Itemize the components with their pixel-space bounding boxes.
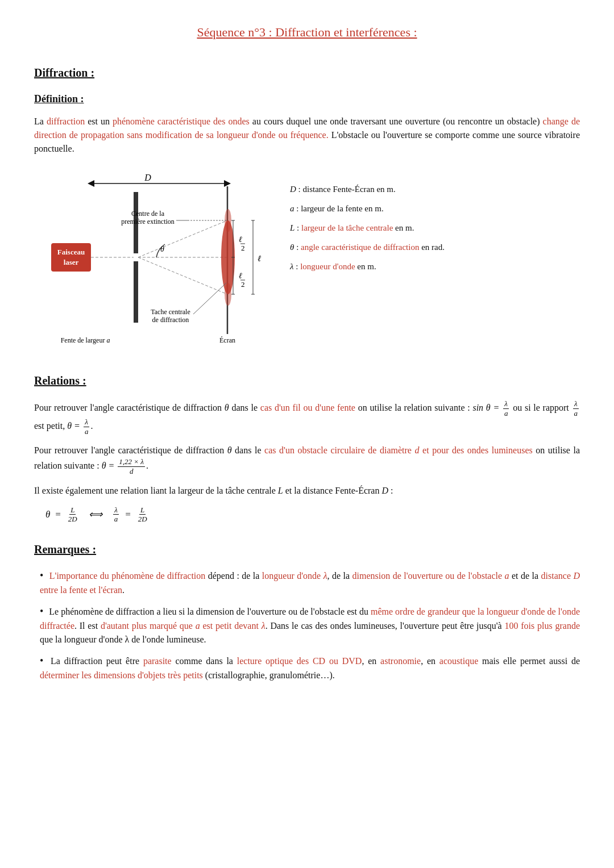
remarques-title: Remarques : bbox=[34, 541, 580, 558]
legend-D: D : distance Fente-Écran en m. bbox=[290, 181, 580, 198]
section-remarques: Remarques : L'importance du phénomène de… bbox=[34, 541, 580, 682]
frac-lambda-a-3: λ a bbox=[84, 418, 90, 436]
frac-lambda-a-2: λ a bbox=[573, 399, 579, 418]
bullet3-red2: lecture optique des CD ou DVD bbox=[237, 656, 362, 666]
diagram-container: D Faisceau laser θ bbox=[34, 169, 580, 355]
svg-text:D: D bbox=[144, 173, 151, 182]
bullet3-red4: acoustique bbox=[439, 656, 478, 666]
subsection-definition: Définition : La diffraction est un phéno… bbox=[34, 91, 580, 156]
svg-text:Centre de la: Centre de la bbox=[131, 210, 165, 218]
svg-text:Écran: Écran bbox=[219, 336, 235, 344]
page-title: Séquence n°3 : Diffraction et interféren… bbox=[34, 23, 580, 41]
bullet3-red5: déterminer les dimensions d'objets très … bbox=[40, 670, 203, 680]
frac-1.22: 1,22 × λ d bbox=[118, 457, 145, 475]
svg-text:ℓ: ℓ bbox=[258, 254, 261, 263]
fente-case: cas d'un fil ou d'une fente bbox=[260, 403, 355, 412]
diffraction-title: Diffraction : bbox=[34, 64, 580, 81]
diagram-svg: D Faisceau laser θ bbox=[34, 169, 273, 355]
legend-a: a : largeur de la fente en m. bbox=[290, 200, 580, 217]
diffraction-word: diffraction bbox=[47, 116, 85, 126]
bullet3-red3: astronomie bbox=[380, 656, 421, 666]
bullet2-red2: d'autant plus marqué que a est petit dev… bbox=[101, 621, 265, 631]
section-relations: Relations : Pour retrouver l'angle carac… bbox=[34, 372, 580, 524]
relations-para2: Pour retrouver l'angle caractéristique d… bbox=[34, 444, 580, 475]
legend-L: L : largeur de la tâche centrale en m. bbox=[290, 219, 580, 236]
bullet1-red2: longueur d'onde λ bbox=[262, 571, 327, 581]
formula-block: θ = L 2D ⟺ λ a = L 2D bbox=[45, 506, 580, 524]
svg-rect-8 bbox=[134, 261, 138, 323]
frac-L-2D: L 2D bbox=[67, 506, 78, 524]
svg-text:Faisceau: Faisceau bbox=[57, 248, 85, 256]
svg-text:Fente de largeur a: Fente de largeur a bbox=[61, 336, 110, 344]
bullet-1: L'importance du phénomène de diffraction… bbox=[34, 568, 580, 597]
bullet3-red1: parasite bbox=[143, 656, 172, 666]
bullet-3: La diffraction peut être parasite comme … bbox=[34, 653, 580, 682]
relations-para1: Pour retrouver l'angle caractéristique d… bbox=[34, 399, 580, 436]
svg-text:2: 2 bbox=[241, 280, 245, 289]
bullet1-red1: L'importance du phénomène de diffraction bbox=[49, 571, 206, 581]
frac-L-2D-2: L 2D bbox=[137, 506, 148, 524]
svg-text:ℓ: ℓ bbox=[239, 272, 242, 280]
section-diffraction: Diffraction : Définition : La diffractio… bbox=[34, 64, 580, 355]
svg-text:première extinction: première extinction bbox=[121, 218, 175, 226]
legend-lambda: λ : longueur d'onde en m. bbox=[290, 258, 580, 275]
svg-text:Tache centrale: Tache centrale bbox=[151, 308, 190, 316]
frac-lambda-a-4: λ a bbox=[113, 506, 119, 524]
definition-text: La diffraction est un phénomène caractér… bbox=[34, 115, 580, 156]
diagram-legend: D : distance Fente-Écran en m. a : large… bbox=[290, 169, 580, 277]
bullet-2: Le phénomène de diffraction a lieu si la… bbox=[34, 604, 580, 646]
bullet1-red3: dimension de l'ouverture ou de l'obstacl… bbox=[352, 571, 509, 581]
svg-point-16 bbox=[225, 283, 231, 306]
svg-text:de diffraction: de diffraction bbox=[152, 316, 189, 324]
svg-text:2: 2 bbox=[241, 244, 245, 252]
relations-para3: Il existe également une relation liant l… bbox=[34, 484, 580, 498]
bullet2-red3: 100 fois plus grande bbox=[504, 621, 580, 631]
legend-theta: θ : angle caractéristique de diffraction… bbox=[290, 239, 580, 256]
phenomena-desc: phénomène caractéristique des ondes bbox=[113, 116, 250, 126]
circulaire-case: cas d'un obstacle circulaire de diamètre… bbox=[264, 445, 533, 455]
svg-text:laser: laser bbox=[64, 258, 79, 266]
svg-text:θ: θ bbox=[160, 245, 164, 253]
frac-lambda-a-1: λ a bbox=[503, 399, 509, 418]
definition-title: Définition : bbox=[34, 91, 580, 107]
relations-title: Relations : bbox=[34, 372, 580, 389]
svg-text:ℓ: ℓ bbox=[239, 235, 242, 244]
